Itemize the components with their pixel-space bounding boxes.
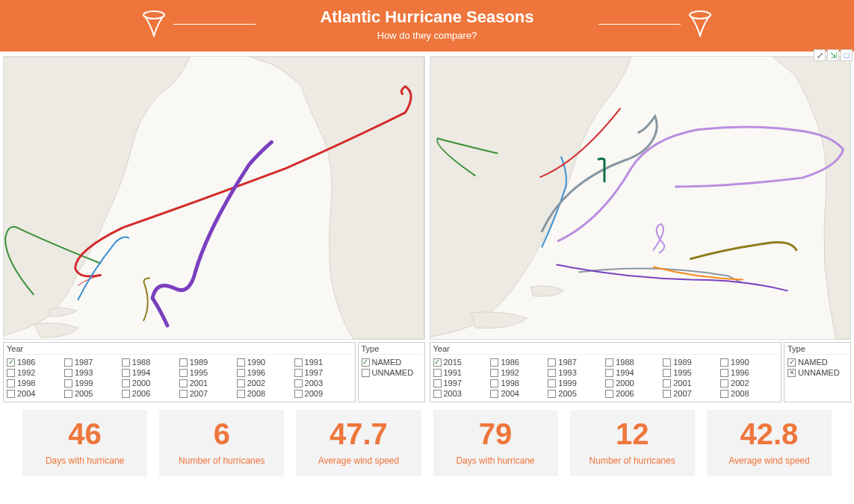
year-checkbox-1986[interactable]: 1986 xyxy=(490,357,548,367)
year-checkbox-2006[interactable]: 2006 xyxy=(122,388,179,399)
year-checkbox-1996[interactable]: 1996 xyxy=(720,367,778,378)
fullscreen-icon[interactable]: □ xyxy=(841,49,853,61)
year-checkbox-1995[interactable]: 1995 xyxy=(663,367,720,378)
type-checkbox-unnamed[interactable]: UNNAMED xyxy=(788,367,847,378)
year-checkbox-2003[interactable]: 2003 xyxy=(433,388,491,399)
year-label: 1986 xyxy=(501,358,519,367)
type-label: NAMED xyxy=(798,358,828,367)
panel-right: Year 20151986198719881989199019911992199… xyxy=(430,56,852,402)
year-checkbox-1998[interactable]: 1998 xyxy=(490,378,548,388)
year-label: 2015 xyxy=(444,358,462,367)
hurricane-track[interactable] xyxy=(152,142,271,326)
year-label: Year xyxy=(7,344,352,355)
year-checkbox-1989[interactable]: 1989 xyxy=(179,357,237,367)
year-label: 2004 xyxy=(17,389,35,398)
year-checkbox-1997[interactable]: 1997 xyxy=(294,367,352,378)
checkbox-icon xyxy=(663,379,671,388)
year-checkbox-2002[interactable]: 2002 xyxy=(237,378,294,388)
year-label: 2000 xyxy=(132,379,150,388)
year-checkbox-1986[interactable]: 1986 xyxy=(7,357,64,367)
type-filter-left: Type NAMEDUNNAMED xyxy=(358,342,425,402)
zoom-out-icon[interactable]: ⤢ xyxy=(814,49,826,61)
year-checkbox-1990[interactable]: 1990 xyxy=(237,357,294,367)
checkbox-icon xyxy=(237,390,245,398)
year-checkbox-1988[interactable]: 1988 xyxy=(122,357,179,367)
year-checkbox-2002[interactable]: 2002 xyxy=(720,378,778,388)
hurricane-track[interactable] xyxy=(558,127,843,241)
year-checkbox-2007[interactable]: 2007 xyxy=(663,388,720,399)
year-checkbox-1996[interactable]: 1996 xyxy=(237,367,294,378)
year-checkbox-2004[interactable]: 2004 xyxy=(490,388,548,399)
year-checkbox-2000[interactable]: 2000 xyxy=(605,378,663,388)
year-checkbox-1999[interactable]: 1999 xyxy=(64,378,122,388)
checkbox-icon xyxy=(237,369,245,377)
year-checkbox-2001[interactable]: 2001 xyxy=(179,378,237,388)
year-checkbox-1990[interactable]: 1990 xyxy=(720,357,778,367)
stat-value: 6 xyxy=(162,417,281,451)
checkbox-icon xyxy=(548,379,556,388)
year-checkbox-1993[interactable]: 1993 xyxy=(64,367,122,378)
checkbox-icon xyxy=(433,369,442,377)
year-checkbox-1991[interactable]: 1991 xyxy=(433,367,491,378)
type-checkbox-named[interactable]: NAMED xyxy=(788,357,847,367)
checkbox-icon xyxy=(605,358,613,367)
checkbox-icon xyxy=(720,390,728,398)
year-checkbox-2009[interactable]: 2009 xyxy=(294,388,352,399)
year-checkbox-2015[interactable]: 2015 xyxy=(433,357,491,367)
year-checkbox-2008[interactable]: 2008 xyxy=(237,388,294,399)
year-checkbox-1995[interactable]: 1995 xyxy=(179,367,237,378)
year-checkbox-2001[interactable]: 2001 xyxy=(663,378,720,388)
year-label: 1990 xyxy=(247,358,265,367)
year-checkbox-1988[interactable]: 1988 xyxy=(605,357,663,367)
year-filter-right: Year 20151986198719881989199019911992199… xyxy=(430,342,782,402)
year-checkbox-2005[interactable]: 2005 xyxy=(548,388,605,399)
year-checkbox-2007[interactable]: 2007 xyxy=(179,388,237,399)
checkbox-icon xyxy=(720,369,728,377)
year-checkbox-2000[interactable]: 2000 xyxy=(122,378,179,388)
year-checkbox-1997[interactable]: 1997 xyxy=(433,378,491,388)
year-checkbox-1991[interactable]: 1991 xyxy=(294,357,352,367)
checkbox-icon xyxy=(663,358,671,367)
hurricane-track[interactable] xyxy=(78,237,129,300)
hurricane-track[interactable] xyxy=(690,242,796,258)
year-checkbox-2004[interactable]: 2004 xyxy=(7,388,64,399)
hurricane-track[interactable] xyxy=(437,138,497,175)
hurricane-track[interactable] xyxy=(75,87,412,276)
year-checkbox-1994[interactable]: 1994 xyxy=(122,367,179,378)
type-checkbox-named[interactable]: NAMED xyxy=(362,357,421,367)
stat-count-left: 6 Number of hurricanes xyxy=(159,410,284,476)
year-checkbox-2005[interactable]: 2005 xyxy=(64,388,122,399)
type-label: Type xyxy=(788,344,847,355)
export-icon[interactable]: ⇲ xyxy=(827,49,839,61)
hurricane-track[interactable] xyxy=(143,278,149,320)
checkbox-icon xyxy=(362,358,370,367)
checkbox-icon xyxy=(64,379,72,388)
checkbox-icon xyxy=(548,369,556,377)
year-label: 1987 xyxy=(558,358,576,367)
year-label: 2007 xyxy=(190,389,208,398)
year-label: 2009 xyxy=(305,389,323,398)
year-checkbox-1992[interactable]: 1992 xyxy=(490,367,548,378)
year-checkbox-2006[interactable]: 2006 xyxy=(605,388,663,399)
checkbox-icon xyxy=(788,358,796,367)
stat-wind-left: 47.7 Average wind speed xyxy=(296,410,421,476)
year-checkbox-2003[interactable]: 2003 xyxy=(294,378,352,388)
year-checkbox-2008[interactable]: 2008 xyxy=(720,388,778,399)
stat-label: Number of hurricanes xyxy=(162,455,281,466)
year-checkbox-1989[interactable]: 1989 xyxy=(663,357,720,367)
type-checkbox-unnamed[interactable]: UNNAMED xyxy=(362,367,421,378)
hurricane-track[interactable] xyxy=(557,265,788,291)
year-checkbox-1998[interactable]: 1998 xyxy=(7,378,64,388)
year-checkbox-1994[interactable]: 1994 xyxy=(605,367,663,378)
checkbox-icon xyxy=(179,379,188,388)
map-right[interactable] xyxy=(430,56,852,340)
stat-label: Days with hurricane xyxy=(436,455,555,466)
year-checkbox-1993[interactable]: 1993 xyxy=(548,367,605,378)
year-checkbox-1999[interactable]: 1999 xyxy=(548,378,605,388)
hurricane-track[interactable] xyxy=(653,224,663,253)
year-checkbox-1992[interactable]: 1992 xyxy=(7,367,64,378)
year-checkbox-1987[interactable]: 1987 xyxy=(548,357,605,367)
checkbox-icon xyxy=(663,369,671,377)
year-checkbox-1987[interactable]: 1987 xyxy=(64,357,122,367)
map-left[interactable] xyxy=(3,56,425,340)
